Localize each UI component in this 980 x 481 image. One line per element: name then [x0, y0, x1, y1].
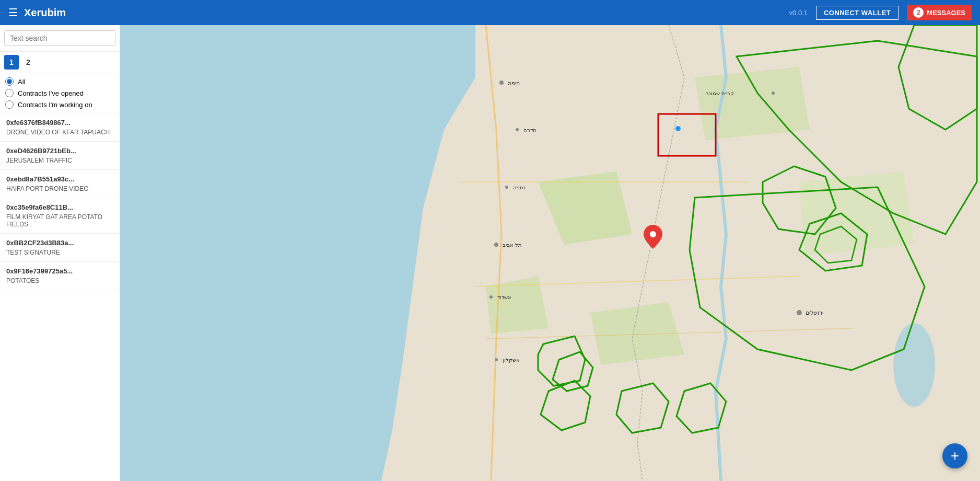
- contract-address-3: 0xc35e9fa6e8C11B...: [6, 203, 113, 211]
- svg-text:חדרה: חדרה: [523, 127, 536, 133]
- contract-name-2: HAIFA PORT DRONE VIDEO: [6, 185, 113, 192]
- svg-point-12: [516, 128, 519, 131]
- contract-item-0[interactable]: 0xfe6376fB849867...DRONE VIDEO OF KFAR T…: [0, 113, 120, 142]
- svg-point-22: [797, 310, 802, 315]
- filter-working-radio[interactable]: [5, 100, 14, 109]
- svg-point-16: [494, 243, 498, 247]
- app-header: ☰ Xerubim v0.0.1 CONNECT WALLET 2 MESSAG…: [0, 0, 980, 25]
- messages-label: MESSAGES: [927, 9, 965, 17]
- svg-text:אשדוד: אשדוד: [497, 294, 511, 300]
- page-2-button[interactable]: 2: [21, 55, 36, 70]
- contract-name-4: TEST SIGNATURE: [6, 249, 113, 256]
- sidebar: 1 2 All Contracts I've opened Contracts …: [0, 25, 120, 481]
- svg-marker-8: [799, 171, 914, 255]
- messages-badge: 2: [913, 7, 924, 18]
- filter-working[interactable]: Contracts I'm working on: [5, 100, 114, 109]
- filter-working-label: Contracts I'm working on: [18, 101, 92, 109]
- svg-marker-3: [381, 25, 980, 481]
- main-content: 1 2 All Contracts I've opened Contracts …: [0, 25, 980, 481]
- svg-text:חיפה: חיפה: [508, 80, 520, 86]
- contract-name-1: JERUSALEM TRAFFIC: [6, 157, 113, 164]
- svg-point-20: [495, 358, 498, 361]
- contract-item-4[interactable]: 0xBB2CF23d3B83a...TEST SIGNATURE: [0, 234, 120, 262]
- connect-wallet-button[interactable]: CONNECT WALLET: [816, 6, 899, 20]
- filter-opened[interactable]: Contracts I've opened: [5, 89, 114, 97]
- contract-address-0: 0xfe6376fB849867...: [6, 119, 113, 127]
- svg-text:קריית שמונה: קריית שמונה: [705, 90, 734, 96]
- search-input[interactable]: [4, 30, 115, 46]
- map-svg: חיפה חדרה נתניה תל אביב אשדוד אשקלון ירו…: [120, 25, 980, 481]
- page-1-button[interactable]: 1: [4, 55, 19, 70]
- contract-list: 0xfe6376fB849867...DRONE VIDEO OF KFAR T…: [0, 113, 120, 481]
- filter-all[interactable]: All: [5, 77, 114, 86]
- filters: All Contracts I've opened Contracts I'm …: [0, 73, 120, 113]
- contract-item-2[interactable]: 0xebd8a7B551a93c...HAIFA PORT DRONE VIDE…: [0, 170, 120, 198]
- contract-item-1[interactable]: 0xeD4626B9721bEb...JERUSALEM TRAFFIC: [0, 142, 120, 170]
- contract-name-5: POTATOES: [6, 277, 113, 284]
- app-title: Xerubim: [24, 7, 789, 19]
- search-box: [0, 25, 120, 52]
- contract-address-2: 0xebd8a7B551a93c...: [6, 175, 113, 183]
- contract-name-3: FILM KIRYAT GAT AREA POTATO FIELDS: [6, 213, 113, 228]
- contract-item-3[interactable]: 0xc35e9fa6e8C11B...FILM KIRYAT GAT AREA …: [0, 198, 120, 234]
- svg-text:אשקלון: אשקלון: [503, 357, 520, 363]
- svg-point-33: [650, 231, 656, 237]
- svg-point-10: [499, 81, 504, 85]
- svg-text:תל אביב: תל אביב: [503, 242, 522, 248]
- svg-point-28: [675, 126, 681, 131]
- contract-item-5[interactable]: 0x9F16e7399725a5...POTATOES: [0, 262, 120, 290]
- menu-icon[interactable]: ☰: [8, 6, 18, 19]
- filter-opened-label: Contracts I've opened: [18, 89, 84, 97]
- svg-point-24: [772, 91, 775, 95]
- version-label: v0.0.1: [789, 9, 808, 17]
- svg-text:ירושלים: ירושלים: [806, 310, 823, 316]
- svg-marker-7: [695, 67, 810, 140]
- filter-opened-radio[interactable]: [5, 89, 14, 97]
- contract-address-4: 0xBB2CF23d3B83a...: [6, 239, 113, 247]
- contract-address-5: 0x9F16e7399725a5...: [6, 267, 113, 275]
- pagination: 1 2: [0, 52, 120, 73]
- contract-name-0: DRONE VIDEO OF KFAR TAPUACH: [6, 129, 113, 136]
- fab-add-button[interactable]: +: [942, 443, 967, 468]
- contract-address-1: 0xeD4626B9721bEb...: [6, 147, 113, 155]
- svg-point-18: [489, 295, 493, 299]
- map-container[interactable]: חיפה חדרה נתניה תל אביב אשדוד אשקלון ירו…: [120, 25, 980, 481]
- messages-button[interactable]: 2 MESSAGES: [907, 5, 972, 20]
- svg-point-9: [893, 323, 935, 407]
- filter-all-label: All: [18, 78, 25, 86]
- svg-text:נתניה: נתניה: [513, 185, 526, 190]
- svg-point-14: [505, 186, 508, 189]
- filter-all-radio[interactable]: [5, 77, 14, 86]
